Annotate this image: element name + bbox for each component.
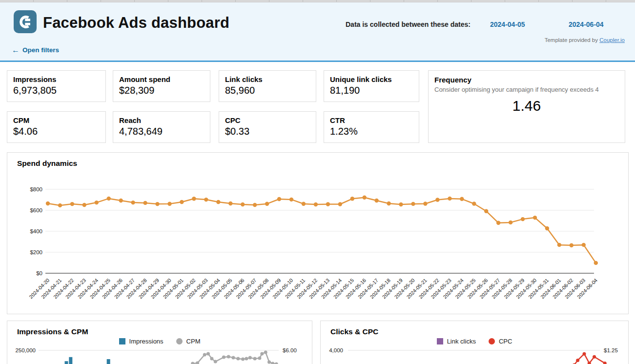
kpi-value: 4,783,649	[119, 126, 204, 137]
kpi-label: Reach	[119, 116, 204, 124]
header: Facebook Ads dashboard Data is collected…	[0, 2, 635, 62]
date-range-label: Data is collected between these dates:	[346, 20, 471, 28]
svg-text:$6.00: $6.00	[283, 347, 297, 353]
svg-text:$600: $600	[30, 207, 42, 213]
kpi-label: Impressions	[13, 75, 100, 83]
spend-dynamics-plot: $0$200$400$600$8002024-04-202024-04-2120…	[7, 153, 628, 314]
kpi-card-reach: Reach 4,783,649	[113, 111, 210, 143]
kpi-value: 85,960	[225, 85, 310, 96]
kpi-value: $4.06	[13, 126, 100, 137]
template-credit: Template provided by Coupler.io	[545, 37, 625, 43]
kpi-card-impressions: Impressions 6,973,805	[7, 70, 106, 102]
kpi-card-frequency: Frequency Consider optimising your campa…	[428, 70, 625, 143]
template-credit-text: Template provided by	[545, 37, 600, 43]
svg-text:$400: $400	[30, 228, 42, 234]
svg-text:$0: $0	[36, 270, 42, 276]
kpi-label: CPM	[13, 116, 100, 124]
kpi-value: 81,190	[330, 85, 413, 96]
svg-text:$800: $800	[30, 186, 42, 192]
kpi-card-link-clicks: Link clicks 85,960	[219, 70, 316, 102]
page-title: Facebook Ads dashboard	[43, 14, 229, 32]
kpi-label: CTR	[330, 116, 413, 124]
kpi-card-amount-spend: Amount spend $28,309	[113, 70, 210, 102]
coupler-link[interactable]: Coupler.io	[599, 37, 625, 43]
kpi-label: Link clicks	[225, 75, 310, 83]
date-range-start[interactable]: 2024-04-05	[490, 20, 525, 28]
left-arrow-icon: ←	[12, 47, 20, 53]
kpi-label: Unique link clicks	[330, 75, 413, 83]
clicks-cpc-plot: 4,000$1.25	[321, 321, 628, 364]
svg-text:250,000: 250,000	[15, 347, 36, 353]
svg-text:$200: $200	[30, 249, 42, 255]
coupler-logo-glyph	[17, 14, 34, 30]
clicks-cpc-card: Clicks & CPC Link clicks CPC 4,000$1.25	[320, 321, 629, 364]
impressions-cpm-plot: 250,000$6.00	[7, 321, 312, 364]
dashboard-page: Facebook Ads dashboard Data is collected…	[0, 0, 635, 364]
kpi-value: 1.23%	[330, 126, 413, 137]
kpi-card-ctr: CTR 1.23%	[324, 111, 419, 143]
kpi-value: 6,973,805	[13, 85, 100, 96]
open-filters-label: Open filters	[22, 46, 59, 54]
spend-dynamics-card: Spend dynamics $0$200$400$600$8002024-04…	[7, 152, 629, 314]
frequency-note: Consider optimising your campaign if fre…	[434, 86, 619, 93]
frequency-label: Frequency	[434, 76, 619, 84]
kpi-label: CPC	[225, 116, 310, 124]
kpi-value: $28,309	[119, 85, 204, 96]
coupler-logo	[14, 10, 37, 33]
kpi-card-cpm: CPM $4.06	[7, 111, 106, 143]
kpi-card-unique-link-clicks: Unique link clicks 81,190	[324, 70, 419, 102]
kpi-card-cpc: CPC $0.33	[219, 111, 316, 143]
open-filters-link[interactable]: ← Open filters	[12, 46, 59, 54]
svg-text:$1.25: $1.25	[604, 347, 618, 353]
svg-text:4,000: 4,000	[329, 347, 343, 353]
frequency-value: 1.46	[434, 98, 619, 114]
kpi-value: $0.33	[225, 126, 310, 137]
kpi-label: Amount spend	[119, 75, 204, 83]
impressions-cpm-card: Impressions & CPM Impressions CPM 250,00…	[7, 321, 312, 364]
date-range-end[interactable]: 2024-06-04	[569, 20, 604, 28]
